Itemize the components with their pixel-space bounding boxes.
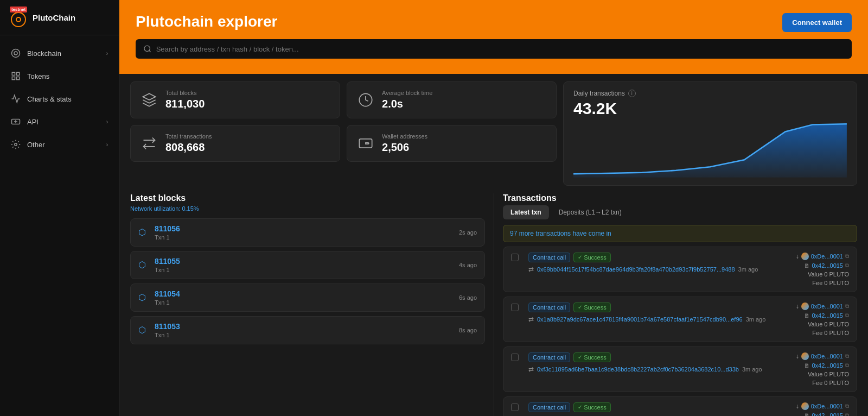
info-icon: i <box>628 90 636 97</box>
txn-row-0: Contract call Success ⇄ 0x69bb044f15c17f… <box>503 247 857 292</box>
txn-notice-link[interactable]: 97 more transactions have come in <box>510 230 611 237</box>
addr-avatar-to <box>801 302 809 310</box>
hero-banner: Plutochain explorer Connect wallet <box>119 0 868 74</box>
down-arrow-icon: ↓ <box>796 253 799 260</box>
doc-icon: 🗎 <box>804 362 810 369</box>
from-address[interactable]: 0x42...0015 <box>812 412 844 416</box>
sidebar: testnet PlutoChain Blockchain › Tokens <box>0 0 119 416</box>
to-address[interactable]: 0xDe...0001 <box>811 403 843 409</box>
logo-icon: testnet <box>11 9 28 26</box>
txn-checkbox[interactable] <box>511 404 519 411</box>
to-address[interactable]: 0xDe...0001 <box>811 353 843 360</box>
svg-rect-2 <box>12 72 15 75</box>
other-icon <box>11 140 21 149</box>
block-number[interactable]: 811055 <box>155 257 180 266</box>
from-address[interactable]: 0x42...0015 <box>812 362 844 369</box>
transfer-icon: ⇄ <box>528 266 534 273</box>
addr-avatar-to <box>801 253 809 260</box>
wallet-addr-card: Wallet addresses 2,506 <box>347 125 557 162</box>
copy-icon[interactable]: ⧉ <box>845 253 849 260</box>
block-number[interactable]: 811054 <box>155 289 180 298</box>
block-item-811054: ⬡ 811054 Txn 1 6s ago <box>130 283 485 312</box>
sidebar-item-charts-label: Charts & stats <box>27 95 72 103</box>
doc-icon: 🗎 <box>804 412 810 416</box>
block-item-811053: ⬡ 811053 Txn 1 8s ago <box>130 316 485 344</box>
logo-circle-inner <box>16 17 21 22</box>
sidebar-item-tokens-label: Tokens <box>27 72 49 80</box>
txn-row-2: Contract call Success ⇄ 0xf3c11895ad6be7… <box>503 346 857 392</box>
search-input[interactable] <box>156 45 844 53</box>
block-item-811055: ⬡ 811055 Txn 1 4s ago <box>130 251 485 279</box>
block-item-811056: ⬡ 811056 Txn 1 2s ago <box>130 218 485 247</box>
sidebar-item-other[interactable]: Other › <box>0 133 119 156</box>
copy-icon[interactable]: ⧉ <box>845 353 849 360</box>
copy-icon[interactable]: ⧉ <box>845 362 849 369</box>
txn-checkbox[interactable] <box>511 354 519 361</box>
copy-icon[interactable]: ⧉ <box>845 312 849 319</box>
txn-hash[interactable]: 0xf3c11895ad6be7baa1c9de38bdc8b2227ab2cf… <box>537 366 739 373</box>
stats-row: Total blocks 811,030 Total transactions … <box>119 74 868 193</box>
sidebar-nav: Blockchain › Tokens Charts & stats <box>0 35 119 416</box>
sidebar-item-blockchain-label: Blockchain <box>27 49 61 58</box>
connect-wallet-button[interactable]: Connect wallet <box>782 13 852 32</box>
svg-rect-5 <box>17 77 20 80</box>
daily-txn-label: Daily transactions <box>573 90 625 97</box>
txn-fee: Fee 0 PLUTO <box>796 380 849 386</box>
search-bar[interactable] <box>136 39 852 59</box>
sidebar-item-other-label: Other <box>27 141 45 149</box>
from-address[interactable]: 0x42...0015 <box>812 262 844 269</box>
total-txn-card: Total transactions 808,668 <box>130 125 340 162</box>
svg-point-0 <box>12 49 20 58</box>
txn-value: Value 0 PLUTO <box>796 371 849 377</box>
block-time: 6s ago <box>459 294 477 301</box>
block-time: 8s ago <box>459 327 477 333</box>
sidebar-item-tokens[interactable]: Tokens <box>0 65 119 87</box>
txn-hash[interactable]: 0x1a8b927a9dc67ace1c47815f4a9001b74a67e5… <box>537 316 743 323</box>
block-number[interactable]: 811053 <box>155 322 180 331</box>
tab-latest-txn[interactable]: Latest txn <box>503 205 549 219</box>
main-content: Plutochain explorer Connect wallet Total… <box>119 0 868 416</box>
txn-fee: Fee 0 PLUTO <box>796 330 849 336</box>
daily-chart <box>573 121 847 178</box>
copy-icon[interactable]: ⧉ <box>845 262 849 269</box>
wallet-icon <box>357 135 374 152</box>
to-address[interactable]: 0xDe...0001 <box>811 253 843 260</box>
sidebar-item-blockchain[interactable]: Blockchain › <box>0 42 119 65</box>
contract-call-badge: Contract call <box>528 402 570 412</box>
copy-icon[interactable]: ⧉ <box>845 403 849 409</box>
transactions-title: Transactions <box>503 193 857 203</box>
total-blocks-label: Total blocks <box>165 90 205 96</box>
clock-icon <box>357 91 374 109</box>
total-blocks-value: 811,030 <box>165 98 205 110</box>
copy-icon[interactable]: ⧉ <box>845 303 849 310</box>
copy-icon[interactable]: ⧉ <box>845 412 849 416</box>
sidebar-item-api[interactable]: API › <box>0 110 119 133</box>
sidebar-item-charts[interactable]: Charts & stats <box>0 87 119 110</box>
block-number[interactable]: 811056 <box>155 224 180 233</box>
txn-hash[interactable]: 0x69bb044f15c17f54bc87dae964d9b3fa20f8a4… <box>537 266 735 273</box>
api-icon <box>11 117 21 127</box>
network-util-value: 0.15% <box>182 205 199 212</box>
block-time: 4s ago <box>459 262 477 268</box>
to-address[interactable]: 0xDe...0001 <box>811 303 843 310</box>
tab-deposits[interactable]: Deposits (L1→L2 txn) <box>551 205 629 219</box>
addr-avatar-to <box>801 352 809 360</box>
success-badge: Success <box>573 302 611 312</box>
doc-icon: 🗎 <box>804 312 810 319</box>
down-arrow-icon: ↓ <box>796 302 799 310</box>
txn-checkbox[interactable] <box>511 304 519 311</box>
avg-block-time-label: Average block time <box>382 90 432 96</box>
txn-value: Value 0 PLUTO <box>796 321 849 327</box>
hero-title: Plutochain explorer <box>136 13 852 30</box>
success-badge: Success <box>573 402 611 412</box>
txn-checkbox[interactable] <box>511 254 519 261</box>
block-time: 2s ago <box>459 229 477 236</box>
chevron-right-icon-other: › <box>106 142 108 148</box>
from-address[interactable]: 0x42...0015 <box>812 312 844 319</box>
daily-txn-card: Daily transactions i 43.2K <box>563 81 857 186</box>
block-txn: Txn 1 <box>155 299 180 306</box>
transaction-tabs: Latest txn Deposits (L1→L2 txn) <box>503 205 857 219</box>
txn-age: 3m ago <box>742 366 762 373</box>
wallet-addr-value: 2,506 <box>382 141 427 154</box>
doc-icon: 🗎 <box>804 262 810 269</box>
